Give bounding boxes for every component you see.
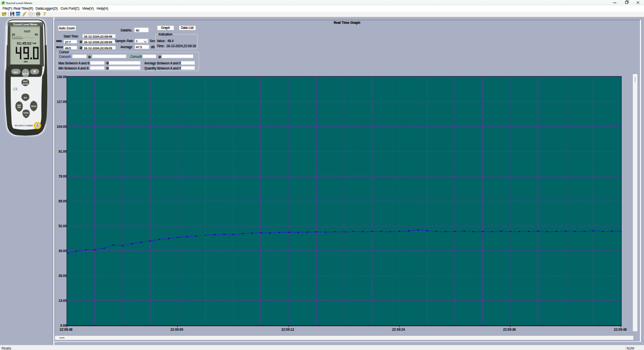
svg-text:SETUP: SETUP <box>22 73 29 75</box>
svg-text:HOLD: HOLD <box>31 106 37 108</box>
svg-text:FAST: FAST <box>24 30 30 33</box>
svg-text:?: ? <box>44 12 46 16</box>
svg-text:CE: CE <box>13 87 18 91</box>
svg-text:80: 80 <box>35 33 38 36</box>
svg-text:MIN: MIN <box>18 107 21 109</box>
svg-text:TIME: TIME <box>32 43 37 45</box>
svg-text:IEC 61672-1 CLASS2: IEC 61672-1 CLASS2 <box>15 125 33 127</box>
svg-text:01:45:02: 01:45:02 <box>17 41 31 46</box>
svg-text:SLOW: SLOW <box>23 83 28 85</box>
svg-text:A/C: A/C <box>24 96 27 99</box>
svg-text:Sound Level Meter: Sound Level Meter <box>13 23 38 26</box>
svg-text:LEVEL: LEVEL <box>23 112 29 114</box>
svg-text:dBA: dBA <box>23 60 27 63</box>
svg-text:▼: ▼ <box>25 114 27 117</box>
svg-text:REC: REC <box>14 71 18 74</box>
